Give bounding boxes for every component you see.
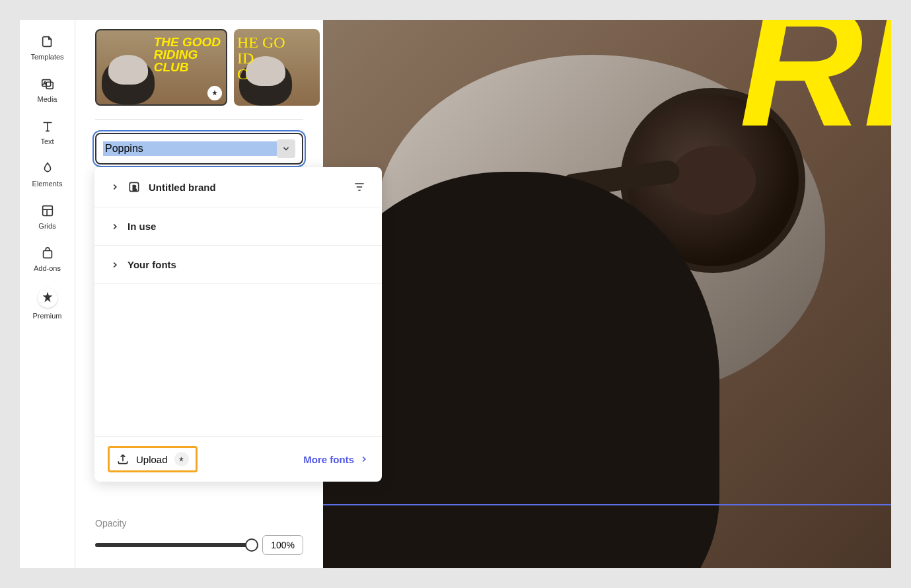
- elements-icon: [40, 161, 55, 176]
- dropdown-section-inuse[interactable]: In use: [94, 207, 382, 246]
- sidebar-item-label: Premium: [32, 312, 61, 320]
- section-label: Your fonts: [128, 259, 176, 270]
- sidebar-item-premium[interactable]: Premium: [20, 280, 75, 328]
- font-dropdown-menu: Untitled brand In use Your fonts Upload …: [94, 167, 382, 482]
- dropdown-footer: Upload More fonts: [94, 436, 382, 482]
- sidebar-item-elements[interactable]: Elements: [20, 153, 75, 196]
- text-icon: [40, 119, 55, 133]
- style-thumbnail-1[interactable]: THE GOOD RIDING CLUB: [95, 29, 227, 106]
- chevron-right-icon: [359, 455, 369, 464]
- thumbnail-text: THE GOOD RIDING CLUB: [154, 36, 221, 73]
- dropdown-section-brand[interactable]: Untitled brand: [94, 167, 382, 207]
- font-selector[interactable]: [95, 133, 303, 165]
- templates-icon: [40, 34, 55, 49]
- sidebar-item-label: Add-ons: [34, 264, 61, 272]
- premium-icon: [38, 288, 57, 308]
- sidebar-item-label: Grids: [38, 222, 55, 230]
- svg-rect-4: [43, 250, 52, 258]
- media-icon: [40, 77, 55, 91]
- canvas-heading-text[interactable]: RI: [739, 20, 891, 139]
- left-sidebar: Templates Media Text Elements Grids Add-…: [20, 20, 75, 568]
- font-input[interactable]: [103, 141, 277, 156]
- sidebar-item-label: Text: [40, 137, 54, 145]
- sidebar-item-label: Media: [38, 95, 57, 103]
- section-label: Untitled brand: [149, 182, 216, 193]
- sidebar-item-label: Templates: [30, 53, 63, 61]
- opacity-label: Opacity: [95, 518, 303, 529]
- chevron-right-icon: [110, 260, 120, 270]
- style-thumbnail-2[interactable]: HE GO ID C: [234, 29, 320, 106]
- style-thumbnails: THE GOOD RIDING CLUB HE GO ID C: [95, 29, 303, 120]
- upload-icon: [116, 453, 129, 466]
- addons-icon: [40, 246, 55, 260]
- sidebar-item-text[interactable]: Text: [20, 111, 75, 153]
- upload-font-button[interactable]: Upload: [108, 446, 198, 472]
- premium-badge-icon: [174, 452, 189, 466]
- chevron-right-icon: [110, 222, 120, 231]
- selection-indicator: [323, 504, 891, 505]
- sidebar-item-templates[interactable]: Templates: [20, 26, 75, 69]
- opacity-slider[interactable]: [95, 543, 252, 547]
- upload-label: Upload: [136, 454, 168, 465]
- grids-icon: [40, 203, 55, 218]
- dropdown-section-yourfonts[interactable]: Your fonts: [94, 246, 382, 284]
- premium-badge-icon: [207, 86, 222, 100]
- brand-icon: [128, 180, 141, 194]
- sidebar-item-grids[interactable]: Grids: [20, 196, 75, 238]
- svg-rect-3: [42, 206, 52, 216]
- more-fonts-link[interactable]: More fonts: [303, 454, 369, 465]
- svg-rect-2: [46, 82, 53, 89]
- chevron-down-icon: [281, 144, 291, 153]
- font-dropdown-toggle[interactable]: [277, 139, 295, 158]
- chevron-right-icon: [110, 182, 120, 192]
- sidebar-item-label: Elements: [32, 180, 63, 188]
- thumbnail-text: HE GO ID C: [237, 34, 285, 82]
- opacity-value-input[interactable]: 100%: [262, 535, 303, 555]
- opacity-control: Opacity 100%: [95, 518, 303, 555]
- sidebar-item-media[interactable]: Media: [20, 69, 75, 111]
- design-canvas[interactable]: RI: [323, 20, 891, 568]
- filter-icon[interactable]: [353, 180, 366, 194]
- slider-thumb[interactable]: [245, 538, 258, 552]
- sidebar-item-addons[interactable]: Add-ons: [20, 238, 75, 280]
- section-label: In use: [128, 221, 156, 232]
